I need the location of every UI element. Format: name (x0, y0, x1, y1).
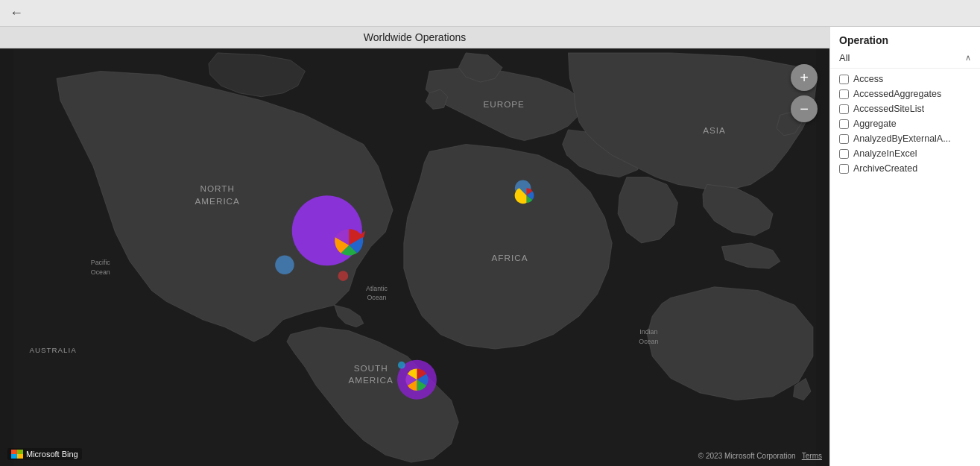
checkbox-accessed_site_list[interactable] (839, 104, 849, 114)
bing-flag-icon (11, 450, 23, 459)
checkbox-item-archive_created[interactable]: ArchiveCreated (830, 161, 980, 176)
terms-link[interactable]: Terms (802, 452, 822, 460)
bing-logo-text: Microsoft Bing (26, 450, 78, 459)
checkbox-item-analyzed_by_external[interactable]: AnalyzedByExternalA... (830, 131, 980, 146)
map-svg: NORTH AMERICA SOUTH AMERICA EUROPE AFRIC… (0, 49, 829, 466)
label-analyzed_by_external: AnalyzedByExternalA... (853, 133, 951, 144)
map-copyright: © 2023 Microsoft Corporation Terms (698, 452, 822, 460)
map-controls: + − (791, 64, 818, 122)
bing-logo: Microsoft Bing (7, 448, 82, 460)
map-title: Worldwide Operations (0, 27, 829, 48)
back-button[interactable]: ← (6, 3, 27, 24)
checkbox-item-accessed_site_list[interactable]: AccessedSiteList (830, 101, 980, 116)
label-aggregate: Aggregate (853, 119, 897, 129)
checkbox-analyzed_by_external[interactable] (839, 134, 849, 144)
right-panel: Operation All ∧ AccessAccessedAggregates… (829, 27, 980, 466)
label-accessed_aggregates: AccessedAggregates (853, 89, 941, 99)
atlantic-ocean-label: Atlantic (366, 285, 388, 292)
bubble-usa-small[interactable] (338, 271, 349, 281)
south-america-label: SOUTH (354, 363, 388, 373)
africa-label: AFRICA (491, 253, 528, 262)
australia-label: AUSTRALIA (29, 346, 76, 354)
europe-label: EUROPE (483, 99, 525, 109)
north-america-label2: AMERICA (195, 196, 240, 206)
svg-text:Ocean: Ocean (367, 294, 387, 301)
checkbox-item-accessed_aggregates[interactable]: AccessedAggregates (830, 86, 980, 101)
checkbox-item-aggregate[interactable]: Aggregate (830, 116, 980, 131)
bubble-usa-blue[interactable] (275, 256, 294, 274)
pacific-ocean-label: Pacific (91, 259, 111, 266)
map-container: Worldwide Operations (0, 27, 829, 466)
panel-all-label: All (839, 52, 850, 63)
zoom-out-button[interactable]: − (791, 95, 818, 122)
main-content: Worldwide Operations (0, 27, 980, 466)
label-archive_created: ArchiveCreated (853, 163, 917, 174)
panel-all-row[interactable]: All ∧ (830, 49, 980, 69)
svg-text:Ocean: Ocean (639, 338, 658, 345)
south-america-label2: AMERICA (348, 375, 393, 385)
checkbox-list: AccessAccessedAggregatesAccessedSiteList… (830, 69, 980, 179)
chevron-up-icon[interactable]: ∧ (965, 53, 971, 63)
checkbox-analyze_in_excel[interactable] (839, 149, 849, 159)
north-america-label: NORTH (200, 183, 234, 193)
panel-title: Operation (830, 27, 980, 49)
zoom-in-button[interactable]: + (791, 64, 818, 91)
checkbox-item-access[interactable]: Access (830, 72, 980, 86)
checkbox-aggregate[interactable] (839, 119, 849, 129)
checkbox-item-analyze_in_excel[interactable]: AnalyzeInExcel (830, 146, 980, 161)
svg-text:Ocean: Ocean (91, 268, 110, 276)
checkbox-accessed_aggregates[interactable] (839, 89, 849, 99)
pie-south-america[interactable] (405, 369, 428, 391)
top-bar: ← (0, 0, 980, 27)
checkbox-archive_created[interactable] (839, 164, 849, 174)
bubble-sa-small[interactable] (398, 362, 405, 369)
copyright-text: © 2023 Microsoft Corporation (698, 452, 796, 460)
label-analyze_in_excel: AnalyzeInExcel (853, 148, 917, 159)
label-access: Access (853, 74, 883, 84)
checkbox-access[interactable] (839, 75, 849, 84)
label-accessed_site_list: AccessedSiteList (853, 104, 924, 114)
indian-ocean-label: Indian (639, 328, 657, 336)
asia-label: ASIA (703, 125, 726, 135)
